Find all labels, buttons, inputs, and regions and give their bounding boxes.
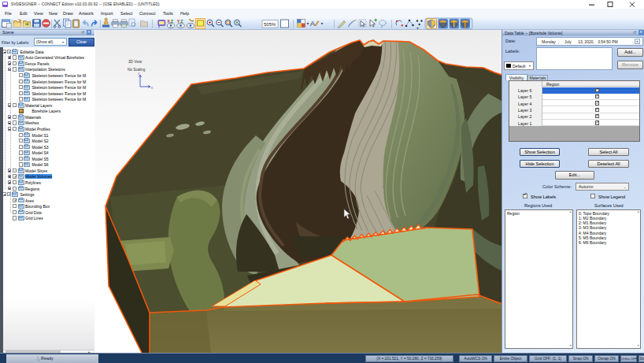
svg-text:Z: Z <box>138 72 140 76</box>
svg-text:3D View: 3D View <box>128 60 142 64</box>
svg-text:Z: Z <box>171 19 174 24</box>
svg-text:X: X <box>167 19 170 24</box>
svg-text:Y: Y <box>177 19 180 24</box>
svg-text:No Scaling: No Scaling <box>128 68 146 72</box>
svg-text:Z: Z <box>180 19 183 24</box>
svg-text:A: A <box>310 20 315 28</box>
svg-text:X: X <box>151 86 154 90</box>
svg-text:505%: 505% <box>264 22 276 27</box>
